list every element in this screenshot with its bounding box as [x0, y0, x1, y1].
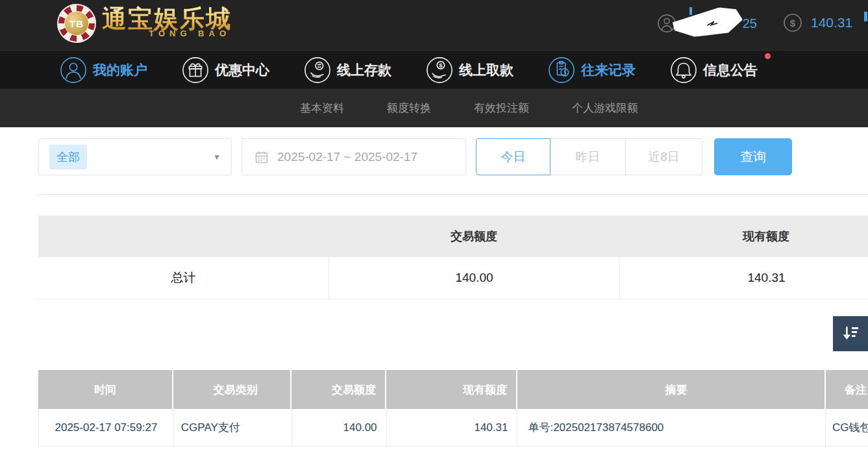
nav-label: 线上存款 [337, 61, 391, 79]
record-summary: 单号:202502173874578600 [517, 409, 826, 446]
transaction-records-page: TB 通宝娱乐城 TONG BAO 25 $ 140.3 [0, 0, 868, 459]
section-divider [38, 194, 868, 195]
gift-icon [182, 56, 209, 84]
brand-name-en: TONG BAO [149, 29, 230, 38]
brand-name: 通宝娱乐城 TONG BAO [102, 4, 232, 38]
query-button[interactable]: 查询 [714, 138, 792, 175]
person-icon [60, 56, 87, 84]
redaction-scribble [671, 5, 743, 38]
svg-text:$: $ [439, 61, 443, 68]
records-header-summary: 摘要 [517, 370, 826, 409]
records-header-current-balance: 现有额度 [386, 370, 517, 409]
username-clipped-fragment [689, 7, 692, 15]
record-type: CGPAY支付 [174, 409, 292, 446]
dollar-icon: $ [783, 13, 802, 32]
table-row: 2025-02-17 07:59:27 CGPAY支付 140.00 140.3… [38, 409, 868, 447]
pen-mark [706, 19, 720, 28]
records-header-remarks: 备注 [826, 370, 868, 409]
summary-total-row: 总计 140.00 140.31 [38, 257, 868, 299]
sub-navigation: 基本资料 额度转换 有效投注额 个人游戏限额 [0, 89, 868, 127]
date-range-value: 2025-02-17 ~ 2025-02-17 [277, 150, 417, 164]
balance-display[interactable]: $ 140.31 [783, 13, 852, 32]
sort-descending-icon [840, 323, 861, 344]
today-button[interactable]: 今日 [476, 138, 551, 175]
poker-chip-icon: TB [57, 4, 96, 43]
record-remarks: CG钱包 [826, 409, 868, 446]
top-bar: TB 通宝娱乐城 TONG BAO 25 $ 140.3 [0, 0, 868, 50]
chevron-down-icon: ▼ [213, 153, 221, 162]
sort-descending-button[interactable] [833, 316, 868, 351]
summary-table: 交易额度 现有额度 总计 140.00 140.31 [38, 216, 868, 299]
nav-label: 我的账户 [93, 61, 147, 79]
subnav-item-game-limits[interactable]: 个人游戏限额 [572, 101, 638, 116]
brand-logo[interactable]: TB 通宝娱乐城 TONG BAO [57, 4, 232, 43]
withdrawal-icon: $ [426, 56, 453, 84]
records-icon [548, 56, 575, 84]
yesterday-button[interactable]: 昨日 [550, 138, 626, 175]
summary-transaction-amount: 140.00 [329, 257, 619, 299]
subnav-item-valid-bets[interactable]: 有效投注额 [474, 101, 529, 116]
type-select[interactable]: 全部 ▼ [38, 138, 232, 175]
records-header-time: 时间 [38, 370, 173, 409]
nav-item-transaction-records[interactable]: 往来记录 [548, 56, 636, 84]
subnav-item-basic-info[interactable]: 基本资料 [300, 101, 344, 116]
records-table: 时间 交易类别 交易额度 现有额度 摘要 备注 2025-02-17 07:59… [38, 370, 868, 447]
deposit-icon [304, 56, 331, 84]
subnav-item-credit-transfer[interactable]: 额度转换 [387, 101, 431, 116]
record-current-balance: 140.31 [387, 409, 518, 446]
records-header-row: 时间 交易类别 交易额度 现有额度 摘要 备注 [38, 370, 868, 409]
svg-text:$: $ [790, 18, 796, 29]
summary-total-label: 总计 [38, 269, 329, 286]
summary-header-row: 交易额度 现有额度 [38, 216, 868, 257]
nav-item-promotions[interactable]: 优惠中心 [182, 56, 269, 84]
quick-date-buttons: 今日 昨日 近8日 [476, 138, 702, 175]
summary-current-balance: 140.31 [619, 257, 868, 299]
nav-label: 往来记录 [581, 61, 636, 79]
record-time: 2025-02-17 07:59:27 [39, 409, 174, 446]
summary-header-transaction-amount: 交易额度 [329, 229, 619, 244]
balance-value: 140.31 [811, 15, 852, 31]
nav-label: 线上取款 [459, 61, 514, 79]
nav-item-my-account[interactable]: 我的账户 [60, 56, 147, 84]
records-header-type: 交易类别 [173, 370, 291, 409]
date-range-input[interactable]: 2025-02-17 ~ 2025-02-17 [242, 138, 466, 175]
last-8-days-button[interactable]: 近8日 [625, 138, 702, 175]
main-navigation: 我的账户 优惠中心 线上存款 $ 线上取款 [0, 50, 868, 89]
chip-tb-label: TB [69, 18, 84, 29]
nav-item-online-withdrawal[interactable]: $ 线上取款 [426, 56, 514, 84]
records-header-transaction-amount: 交易额度 [291, 370, 386, 409]
notification-dot [765, 53, 771, 59]
nav-label: 信息公告 [703, 61, 758, 79]
calendar-icon [254, 150, 269, 164]
nav-label: 优惠中心 [215, 61, 269, 79]
summary-header-current-balance: 现有额度 [619, 229, 868, 244]
nav-item-announcements[interactable]: 信息公告 [670, 56, 758, 84]
balance-clipped-fragment [864, 12, 867, 21]
type-selected-chip: 全部 [49, 145, 87, 169]
record-transaction-amount: 140.00 [292, 409, 387, 446]
bell-icon [670, 56, 697, 84]
nav-item-online-deposit[interactable]: 线上存款 [304, 56, 391, 84]
